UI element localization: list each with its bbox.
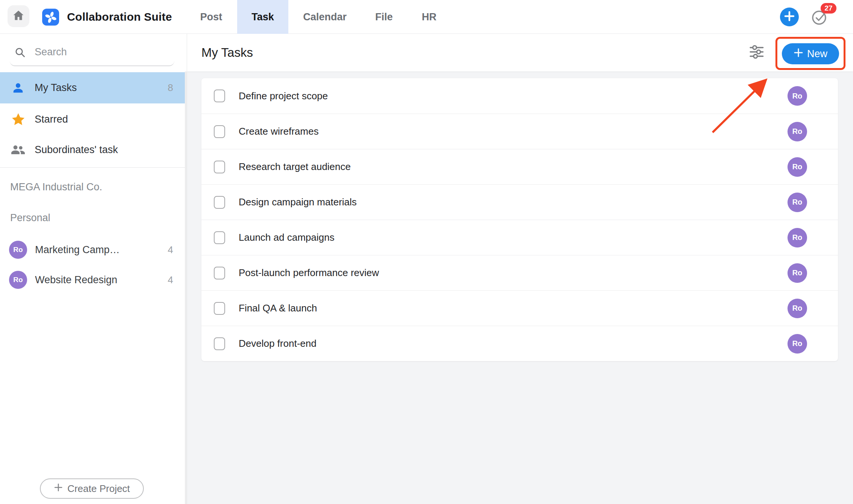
home-icon [12,10,24,23]
assignee-avatar: Ro [788,228,807,247]
tab-calendar[interactable]: Calendar [301,0,349,34]
project-label: Website Redesign [35,274,117,286]
tab-task[interactable]: Task [237,0,288,34]
tab-post[interactable]: Post [193,0,229,34]
task-checkbox[interactable] [214,267,225,279]
project-count-badge: 4 [168,274,173,286]
assignee-avatar: Ro [788,263,807,283]
sidebar-item-starred[interactable]: Starred [0,104,187,135]
notifications-count-badge: 27 [821,3,836,14]
task-label: Design campaign materials [239,196,357,208]
task-label: Launch ad campaigns [239,232,334,243]
task-checkbox[interactable] [214,196,225,209]
task-row[interactable]: Create wireframes Ro [201,114,838,149]
task-list: Define project scope Ro Create wireframe… [201,78,838,361]
person-icon [11,82,26,94]
task-row[interactable]: Launch ad campaigns Ro [201,220,838,255]
task-checkbox[interactable] [214,90,225,102]
project-avatar: Ro [9,271,27,289]
tab-hr[interactable]: HR [417,0,441,34]
task-checkbox[interactable] [214,125,225,138]
sliders-icon [749,44,765,61]
filter-button[interactable] [748,44,766,62]
sidebar: My Tasks 8 Starred Subordinates' task ME… [0,34,187,504]
task-row[interactable]: Define project scope Ro [201,78,838,114]
sidebar-item-subordinates-task[interactable]: Subordinates' task [0,135,187,165]
check-circle-icon [812,20,828,27]
sidebar-item-label: My Tasks [35,82,77,94]
assignee-avatar: Ro [788,86,807,106]
app-title: Collaboration Suite [67,0,172,34]
sidebar-section-personal: Personal [10,212,50,224]
sidebar-section-company: MEGA Industrial Co. [10,181,102,193]
app-logo-icon[interactable] [42,9,59,26]
task-row[interactable]: Develop front-end Ro [201,326,838,361]
search-input[interactable] [10,38,174,65]
task-row[interactable]: Design campaign materials Ro [201,184,838,220]
page-title: My Tasks [201,34,253,71]
people-icon [11,144,26,156]
sidebar-scrollbar[interactable] [185,71,187,504]
assignee-avatar: Ro [788,193,807,212]
main-header: My Tasks New [187,34,853,71]
task-count-badge: 8 [168,82,173,94]
new-task-button[interactable]: New [782,43,839,64]
assignee-avatar: Ro [788,334,807,354]
sidebar-item-label: Starred [35,114,68,125]
sidebar-project-marketing-campaign[interactable]: Ro Marketing Camp… 4 [0,235,187,265]
task-checkbox[interactable] [214,161,225,173]
task-row[interactable]: Research target audience Ro [201,149,838,184]
task-row[interactable]: Final QA & launch Ro [201,290,838,326]
task-row[interactable]: Post-launch performance review Ro [201,255,838,290]
create-project-label: Create Project [67,483,130,495]
sidebar-item-my-tasks[interactable]: My Tasks 8 [0,72,187,103]
project-label: Marketing Camp… [35,244,120,256]
plus-icon [794,48,803,60]
task-label: Create wireframes [239,126,318,137]
assignee-avatar: Ro [788,299,807,318]
assignee-avatar: Ro [788,122,807,141]
quick-create-button[interactable] [780,8,799,26]
new-task-button-label: New [807,48,827,60]
project-count-badge: 4 [168,244,173,256]
tab-file[interactable]: File [371,0,397,34]
topbar: Collaboration Suite Post Task Calendar F… [0,0,853,34]
star-icon [11,113,26,126]
task-label: Final QA & launch [239,302,317,314]
plus-icon [54,483,63,495]
sidebar-item-label: Subordinates' task [35,144,118,156]
search-box [10,38,174,66]
create-project-button[interactable]: Create Project [40,478,144,499]
task-label: Define project scope [239,90,328,102]
task-checkbox[interactable] [214,302,225,315]
task-checkbox[interactable] [214,337,225,350]
main-content: My Tasks New Define project scope Ro Cre… [187,34,853,504]
home-button[interactable] [8,5,29,27]
assignee-avatar: Ro [788,157,807,177]
sidebar-project-website-redesign[interactable]: Ro Website Redesign 4 [0,265,187,295]
plus-icon [780,7,799,27]
task-label: Research target audience [239,161,351,173]
project-avatar: Ro [9,241,27,259]
task-label: Develop front-end [239,338,317,349]
sidebar-divider [0,167,187,168]
task-checkbox[interactable] [214,231,225,244]
task-label: Post-launch performance review [239,267,379,279]
